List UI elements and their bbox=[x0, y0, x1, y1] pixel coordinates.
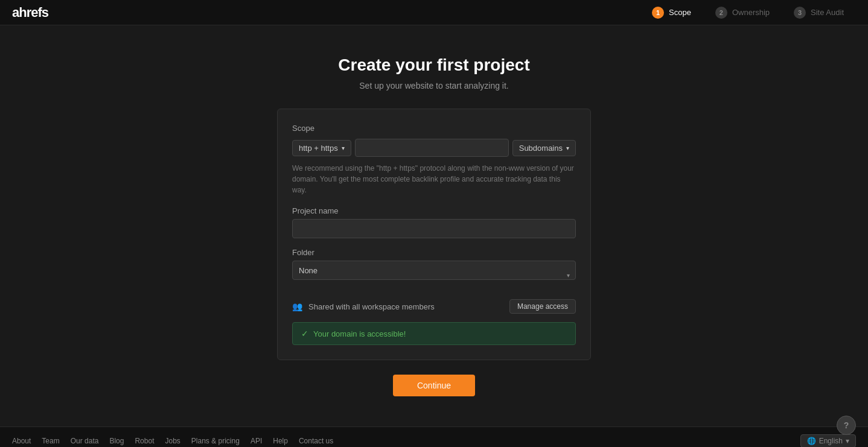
users-icon: 👥 bbox=[292, 302, 302, 311]
footer-link-team[interactable]: Team bbox=[42, 437, 59, 445]
success-text: Your domain is accessible! bbox=[313, 329, 406, 338]
scope-row: http + https Subdomains bbox=[292, 139, 576, 157]
folder-label: Folder bbox=[292, 248, 576, 257]
project-name-input[interactable] bbox=[292, 219, 576, 238]
lang-chevron-icon: ▾ bbox=[846, 437, 849, 445]
shared-text: Shared with all workspace members bbox=[308, 302, 503, 311]
footer: About Team Our data Blog Robot Jobs Plan… bbox=[0, 426, 868, 447]
scope-label: Scope bbox=[292, 124, 576, 133]
step-1-label: Scope bbox=[669, 8, 691, 17]
folder-wrapper: None ▾ bbox=[292, 261, 576, 290]
subdomains-dropdown[interactable]: Subdomains bbox=[512, 140, 576, 156]
footer-link-help[interactable]: Help bbox=[273, 437, 288, 445]
footer-links: About Team Our data Blog Robot Jobs Plan… bbox=[12, 434, 856, 447]
lang-label: English bbox=[819, 437, 843, 445]
page-title: Create your first project bbox=[338, 55, 529, 75]
folder-select[interactable]: None bbox=[292, 261, 576, 280]
step-2-number: 2 bbox=[715, 7, 727, 19]
step-1[interactable]: 1 Scope bbox=[640, 7, 703, 19]
stepper: 1 Scope 2 Ownership 3 Site Audit bbox=[640, 7, 856, 19]
step-2-label: Ownership bbox=[732, 8, 770, 17]
footer-link-about[interactable]: About bbox=[12, 437, 31, 445]
check-icon: ✓ bbox=[301, 329, 308, 338]
scope-hint: We recommend using the "http + https" pr… bbox=[292, 163, 576, 195]
scope-input[interactable] bbox=[355, 139, 509, 157]
footer-link-robot[interactable]: Robot bbox=[135, 437, 154, 445]
page-subtitle: Set up your website to start analyzing i… bbox=[359, 81, 508, 90]
project-name-label: Project name bbox=[292, 206, 576, 215]
top-nav: ahrefs 1 Scope 2 Ownership 3 Site Audit bbox=[0, 0, 868, 25]
footer-link-api[interactable]: API bbox=[251, 437, 262, 445]
step-1-number: 1 bbox=[652, 7, 664, 19]
continue-button[interactable]: Continue bbox=[393, 375, 475, 396]
step-3[interactable]: 3 Site Audit bbox=[782, 7, 856, 19]
language-button[interactable]: 🌐 English ▾ bbox=[800, 434, 856, 447]
footer-link-our-data[interactable]: Our data bbox=[71, 437, 99, 445]
footer-link-blog[interactable]: Blog bbox=[109, 437, 124, 445]
globe-icon: 🌐 bbox=[807, 437, 816, 445]
main-content: Create your first project Set up your we… bbox=[0, 25, 868, 426]
footer-link-contact[interactable]: Contact us bbox=[299, 437, 333, 445]
step-3-label: Site Audit bbox=[811, 8, 844, 17]
logo: ahrefs bbox=[12, 5, 48, 21]
project-card: Scope http + https Subdomains We recomme… bbox=[277, 109, 591, 360]
manage-access-button[interactable]: Manage access bbox=[509, 299, 576, 314]
step-3-number: 3 bbox=[794, 7, 806, 19]
shared-row: 👥 Shared with all workspace members Mana… bbox=[292, 299, 576, 314]
help-button[interactable]: ? bbox=[837, 416, 856, 435]
footer-link-plans[interactable]: Plans & pricing bbox=[191, 437, 240, 445]
footer-link-jobs[interactable]: Jobs bbox=[165, 437, 180, 445]
success-banner: ✓ Your domain is accessible! bbox=[292, 322, 576, 345]
protocol-dropdown[interactable]: http + https bbox=[292, 140, 351, 156]
step-2[interactable]: 2 Ownership bbox=[703, 7, 782, 19]
